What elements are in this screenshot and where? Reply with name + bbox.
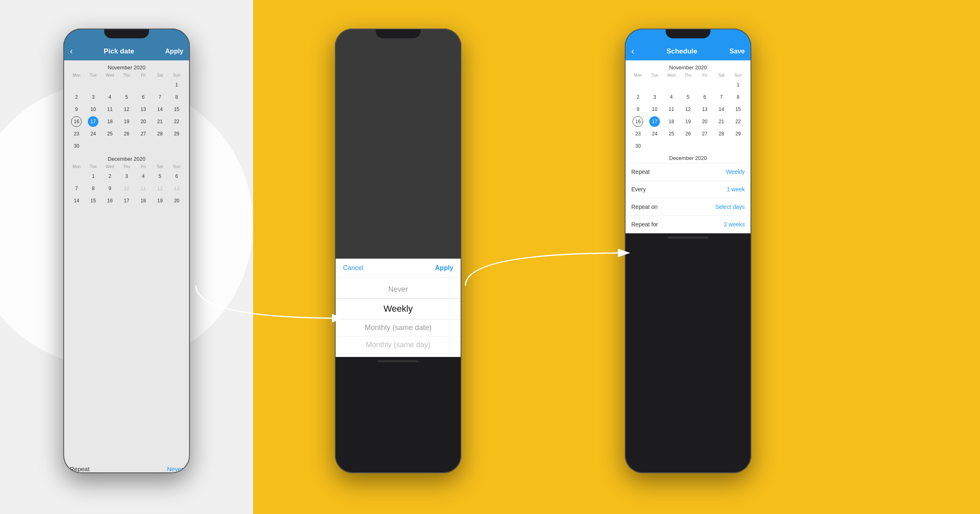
phone-3-nov-calendar: November 2020 MonTueWedThuFriSatSun 1 2 … bbox=[625, 60, 751, 152]
phone-2-home-indicator bbox=[378, 360, 419, 362]
phone-1-nov-weekdays: MonTueWedThuFriSatSun bbox=[68, 73, 185, 79]
phone-1-header: ‹ Pick date Apply bbox=[63, 42, 190, 60]
phone-1-screen: November 2020 MonTueWedThuFriSatSun 1 2 … bbox=[63, 60, 190, 460]
arrow-1-to-2 bbox=[192, 277, 347, 326]
picker-option-monthly-day[interactable]: Monthly (same day) bbox=[335, 337, 461, 354]
picker-option-never[interactable]: Never bbox=[335, 281, 461, 298]
phone-3-save-btn[interactable]: Save bbox=[730, 48, 745, 55]
phone-3-nov-title: November 2020 bbox=[630, 60, 746, 73]
phone-3-schedule-options: Repeat Weekly Every 1 week Repeat on Sel… bbox=[625, 163, 751, 233]
phone-1-dec-title: December 2020 bbox=[68, 152, 185, 164]
phone-3-screen: November 2020 MonTueWedThuFriSatSun 1 2 … bbox=[625, 60, 751, 233]
schedule-every-value: 1 week bbox=[727, 186, 745, 193]
phone-1-back-btn[interactable]: ‹ bbox=[70, 46, 73, 57]
phone-2-picker-options: Never Weekly Monthly (same date) Monthly… bbox=[335, 278, 461, 357]
schedule-repeat-value: Weekly bbox=[726, 168, 745, 175]
schedule-row-repeat-for[interactable]: Repeat for 2 weeks bbox=[625, 216, 751, 233]
phone-1-title: Pick date bbox=[104, 47, 134, 55]
phone-2: Cancel Apply Never Weekly Monthly (same … bbox=[335, 29, 461, 473]
phone-3-notch bbox=[666, 29, 710, 38]
phone-1-notch bbox=[104, 29, 149, 38]
picker-option-monthly-date[interactable]: Monthly (same date) bbox=[335, 319, 461, 337]
phone-1-nov-grid: 1 2 3 4 5 6 7 8 9 10 11 12 13 14 15 16 bbox=[68, 79, 185, 152]
phone-1-bottom-row: Repeat Never bbox=[63, 460, 190, 473]
phone-1-dec-weekdays: MonTueWedThuFriSatSun bbox=[68, 164, 185, 171]
schedule-row-repeat[interactable]: Repeat Weekly bbox=[625, 163, 751, 181]
phone-2-cancel-btn[interactable]: Cancel bbox=[343, 264, 363, 272]
schedule-repeat-label: Repeat bbox=[631, 168, 650, 175]
phone-3: ‹ Schedule Save November 2020 MonTueWedT… bbox=[625, 29, 751, 473]
schedule-repeat-on-label: Repeat on bbox=[631, 204, 658, 210]
schedule-row-every[interactable]: Every 1 week bbox=[625, 181, 751, 198]
phone-1-nov-title: November 2020 bbox=[68, 60, 185, 73]
picker-option-weekly[interactable]: Weekly bbox=[335, 298, 461, 319]
arrow-2-to-3 bbox=[461, 245, 633, 294]
phone-3-back-btn[interactable]: ‹ bbox=[631, 46, 634, 57]
phone-1: ‹ Pick date Apply November 2020 MonTueWe… bbox=[63, 29, 190, 473]
phone-3-nov-grid: 1 2 3 4 5 6 7 8 9 10 11 12 13 14 15 16 bbox=[630, 79, 746, 152]
phone-2-dark-screen bbox=[335, 42, 461, 259]
phone-3-title: Schedule bbox=[666, 47, 697, 55]
schedule-every-label: Every bbox=[631, 186, 646, 193]
phone-1-apply-btn[interactable]: Apply bbox=[165, 48, 183, 55]
phone-2-notch bbox=[376, 29, 421, 38]
phone-3-header: ‹ Schedule Save bbox=[625, 42, 751, 60]
phone-1-nov-calendar: November 2020 MonTueWedThuFriSatSun 1 2 … bbox=[63, 60, 190, 152]
schedule-repeat-for-value: 2 weeks bbox=[724, 221, 745, 228]
phone-2-picker-sheet: Cancel Apply Never Weekly Monthly (same … bbox=[335, 259, 461, 357]
phone-1-dec-calendar: December 2020 MonTueWedThuFriSatSun 1 2 … bbox=[63, 152, 190, 206]
phone-3-home-indicator bbox=[668, 237, 708, 239]
phone-1-dec-grid: 1 2 3 4 5 6 7 8 9 10 11 12 13 14 15 16 1… bbox=[68, 171, 185, 206]
schedule-repeat-on-value: Select days bbox=[715, 204, 745, 210]
phone-2-picker-header: Cancel Apply bbox=[335, 259, 461, 278]
phone-3-nov-weekdays: MonTueWedThuFriSatSun bbox=[630, 73, 746, 79]
phone-3-dec-title: December 2020 bbox=[625, 152, 751, 163]
schedule-row-repeat-on[interactable]: Repeat on Select days bbox=[625, 198, 751, 216]
schedule-repeat-for-label: Repeat for bbox=[631, 221, 658, 228]
phone-2-apply-btn[interactable]: Apply bbox=[435, 264, 453, 272]
